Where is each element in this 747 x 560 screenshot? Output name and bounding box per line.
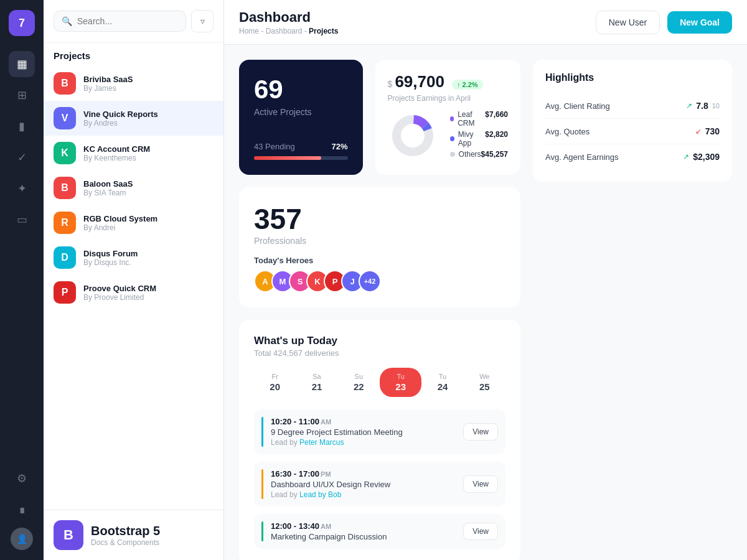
row-1: 69 Active Projects 43 Pending 72% [239,60,520,175]
legend-name: Others [459,150,481,159]
project-icon-vine: V [54,107,76,129]
project-by-disqus: By Disqus Inc. [83,258,214,267]
legend-row: Mivy App $2,820 [450,130,508,147]
event-name: Dashboard UI/UX Design Review [271,480,456,489]
project-by-briviba: By James [83,84,214,93]
highlight-row-1: Avg. Quotes ↙ 730 [545,119,720,144]
event-lead-link[interactable]: Lead by Bob [299,490,341,499]
project-icon-disqus: D [54,246,76,269]
event-lead-link[interactable]: Peter Marcus [299,438,344,447]
cal-day-23[interactable]: Tu 23 [380,368,421,397]
project-item-rgb[interactable]: R RGB Cloud System By Andrei [44,205,223,240]
progress-bar [254,156,348,160]
currency-symbol: $ [388,79,393,89]
search-input[interactable] [77,16,178,26]
filter-button[interactable]: ▿ [191,10,214,32]
nav-settings-icon[interactable]: ⚙ [9,465,35,492]
day-num: 21 [298,381,335,392]
event-lead: Lead by Lead by Bob [271,490,456,499]
active-projects-footer: 43 Pending 72% [254,142,348,160]
event-view-button-2[interactable]: View [463,523,498,540]
nav-check-icon[interactable]: ✓ [9,144,35,170]
legend-amount: $2,820 [485,130,508,147]
earnings-bottom: Leaf CRM $7,660 Mivy App $2,820 Others $… [388,110,508,161]
nav-grid-icon[interactable]: ⊞ [9,82,35,108]
highlight-value-wrap-2: ↗ $2,309 [683,152,720,162]
new-user-button[interactable]: New User [596,11,660,34]
bootstrap-card[interactable]: B Bootstrap 5 Docs & Components [44,510,223,560]
heroes-section: Today's Heroes AMSKPJ+42 [254,256,505,292]
highlight-sub-0: 10 [712,102,720,110]
search-icon: 🔍 [62,16,72,26]
active-projects-number: 69 [254,75,348,105]
event-item-2: 12:00 - 13:40AM Marketing Campaign Discu… [254,514,505,549]
event-view-button-0[interactable]: View [463,423,498,441]
nav-chart-icon[interactable]: ▮ [9,113,35,139]
highlights-title: Highlights [545,72,720,83]
header: Dashboard Home - Dashboard - Projects Ne… [224,0,747,45]
bootstrap-label: Bootstrap 5 [91,524,160,538]
breadcrumb-dashboard[interactable]: Dashboard [266,27,303,35]
event-content: 12:00 - 13:40AM Marketing Campaign Discu… [271,521,456,541]
calendar-title: What's up Today [254,335,505,347]
calendar-header: What's up Today Total 424,567 deliveries [254,335,505,358]
project-item-disqus[interactable]: D Disqus Forum By Disqus Inc. [44,240,223,275]
project-by-baloon: By SIA Team [83,189,214,197]
sidebar-search-area: 🔍 ▿ [44,0,223,43]
project-item-briviba[interactable]: B Briviba SaaS By James [44,66,223,101]
cal-day-25[interactable]: We 25 [464,368,505,397]
cal-day-24[interactable]: Tu 24 [421,368,463,397]
nav-avatar[interactable]: 7 [9,10,35,36]
day-num: 25 [466,381,503,392]
legend-name: Leaf CRM [458,110,485,128]
project-name-vine: Vine Quick Reports [83,110,214,119]
bootstrap-icon: B [54,520,83,550]
day-num: 23 [382,381,419,392]
project-name-kc: KC Account CRM [83,144,214,154]
header-left: Dashboard Home - Dashboard - Projects [239,9,338,35]
pending-pct: 72% [332,142,348,151]
nav-grid2-icon[interactable]: ∎ [9,497,35,523]
new-goal-button[interactable]: New Goal [667,11,732,34]
project-by-rgb: By Andrei [83,223,214,232]
day-num: 20 [256,381,293,392]
event-view-button-1[interactable]: View [463,475,498,493]
project-item-baloon[interactable]: B Baloon SaaS By SIA Team [44,170,223,205]
calendar-sub: Total 424,567 deliveries [254,348,505,358]
day-num: 24 [424,381,461,392]
heroes-avatars: AMSKPJ+42 [254,270,505,292]
project-item-kc[interactable]: K KC Account CRM By Keenthemes [44,136,223,170]
project-name-proove: Proove Quick CRM [83,284,214,293]
highlight-value-wrap-1: ↙ 730 [695,126,720,136]
search-input-wrap[interactable]: 🔍 [54,11,186,32]
trend-icon-1: ↙ [695,127,702,136]
nav-user-avatar[interactable]: 👤 [11,528,33,550]
highlight-label-1: Avg. Quotes [545,127,590,136]
pending-label: 43 Pending [254,142,295,151]
legend-amount: $7,660 [485,110,508,128]
nav-briefcase-icon[interactable]: ▭ [9,207,35,233]
earnings-label: Projects Earnings in April [388,94,508,103]
project-icon-kc: K [54,142,76,164]
project-item-vine[interactable]: V Vine Quick Reports By Andres [44,101,223,136]
cal-day-20[interactable]: Fr 20 [254,368,296,397]
professionals-number: 357 [254,202,306,236]
calendar-card: What's up Today Total 424,567 deliveries… [239,320,520,560]
earnings-amount: 69,700 [395,72,444,91]
nav-layers-icon[interactable]: ✦ [9,175,35,202]
cal-day-21[interactable]: Sa 21 [296,368,337,397]
project-name-rgb: RGB Cloud System [83,214,214,223]
breadcrumb-home[interactable]: Home [239,27,259,35]
nav-dashboard-icon[interactable]: ▦ [9,51,35,77]
event-lead: Lead by Peter Marcus [271,438,456,447]
breadcrumb-projects[interactable]: Projects [309,27,338,35]
cal-day-22[interactable]: Su 22 [338,368,380,397]
bootstrap-sub: Docs & Components [91,538,160,547]
event-time: 10:20 - 11:00AM [271,417,456,426]
professionals-card: 357 Professionals Today's Heroes AMSKPJ+… [239,187,520,307]
nav-rail: 7 ▦ ⊞ ▮ ✓ ✦ ▭ ⚙ ∎ 👤 [0,0,44,560]
event-bar [261,417,263,447]
highlight-value-0: 7.8 [696,101,708,111]
project-item-proove[interactable]: P Proove Quick CRM By Proove Limited [44,275,223,310]
event-time: 16:30 - 17:00PM [271,469,456,478]
